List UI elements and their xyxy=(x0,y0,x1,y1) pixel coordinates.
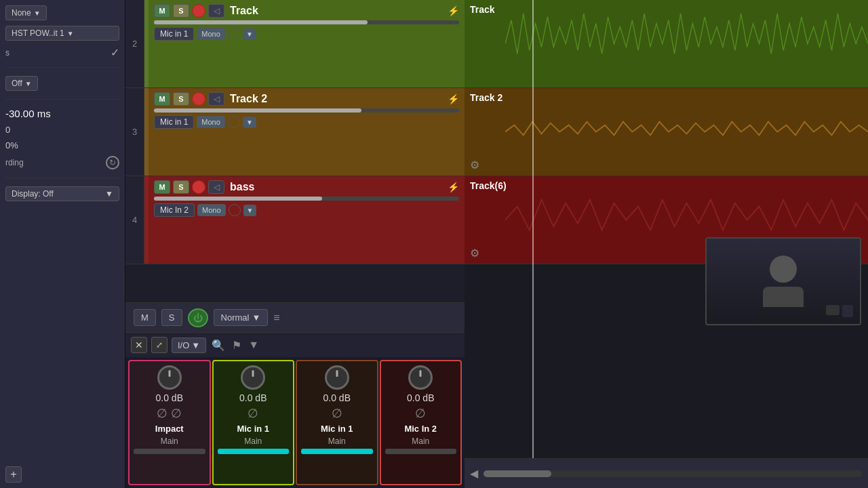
none-dropdown[interactable]: None ▼ xyxy=(5,5,47,20)
timeline-track-3-gear[interactable]: ⚙ xyxy=(470,247,479,260)
impact-db: 0.0 dB xyxy=(156,392,183,403)
track-4-solo-btn[interactable]: S xyxy=(173,180,189,194)
track-2-rec-btn[interactable] xyxy=(192,4,205,18)
track-4-input[interactable]: Mic In 2 xyxy=(154,203,195,217)
left-panel: None ▼ HST POW..it 1 ▼ s ✓ Off ▼ -30.00 … xyxy=(0,0,125,488)
scroll-thumb[interactable] xyxy=(484,470,551,477)
mic1a-meter xyxy=(218,449,290,454)
track-3-number: 3 xyxy=(125,88,144,176)
mixer-channel-mic1b: 0.0 dB ∅ Mic in 1 Main xyxy=(296,360,378,485)
mic2-name: Mic In 2 xyxy=(404,424,437,434)
webcam-body xyxy=(763,287,804,307)
track-4-mon-btn[interactable]: ◁ xyxy=(208,180,224,194)
track-3-circle-btn[interactable] xyxy=(228,116,240,128)
display-dropdown-arrow: ▼ xyxy=(105,189,113,199)
table-row: 4 M S ◁ bass ⚡ xyxy=(125,176,465,264)
track-3-name: Track 2 xyxy=(230,93,445,105)
mixer-fader-icon[interactable]: ⚑ xyxy=(231,338,243,353)
mode-dropdown[interactable]: Normal ▼ xyxy=(214,309,269,326)
mic1a-phase: ∅ xyxy=(248,406,258,421)
scroll-track[interactable] xyxy=(484,470,863,477)
track-4-arrow-btn[interactable]: ▼ xyxy=(243,205,257,216)
none-dropdown-arrow: ▼ xyxy=(34,9,41,17)
impact-name: Impact xyxy=(155,424,184,434)
mic1b-meter xyxy=(301,449,373,454)
track-3-arrow-btn[interactable]: ▼ xyxy=(243,117,256,128)
power-btn[interactable]: ⏻ xyxy=(188,308,208,327)
mixer-expand-btn[interactable]: ⤢ xyxy=(151,337,167,353)
timeline-track-1: Track xyxy=(465,0,868,88)
timeline-track-2-gear[interactable]: ⚙ xyxy=(470,159,479,171)
mic2-output: Main xyxy=(412,436,429,446)
impact-knob[interactable] xyxy=(157,365,182,390)
playhead xyxy=(532,0,534,458)
timeline-tracks: Track Track 2 ⚙ xyxy=(465,0,868,458)
timeline-track-2: Track 2 ⚙ xyxy=(465,88,868,176)
impact-meter xyxy=(134,449,205,454)
track-4-rec-btn[interactable] xyxy=(192,180,205,194)
track-3-controls: M S ◁ Track 2 ⚡ Mic in 1 Mono xyxy=(149,88,465,176)
track-4-volume-slider[interactable] xyxy=(154,197,459,201)
hst-dropdown[interactable]: HST POW..it 1 ▼ xyxy=(5,26,119,41)
timeline-track-2-label: Track 2 xyxy=(470,92,502,103)
impact-output: Main xyxy=(161,436,178,446)
track-3-mon-btn[interactable]: ◁ xyxy=(208,92,224,106)
track-3-rec-btn[interactable] xyxy=(192,92,205,106)
timeline-track-1-label: Track xyxy=(470,4,495,15)
mic1b-output: Main xyxy=(328,436,346,446)
timeline-track-1-waveform xyxy=(505,0,868,87)
table-row: 2 M S ◁ Track ⚡ xyxy=(125,0,465,88)
track-2-circle-btn[interactable] xyxy=(228,28,240,40)
display-dropdown[interactable]: Display: Off ▼ xyxy=(5,186,119,201)
master-mute-btn[interactable]: M xyxy=(134,309,156,326)
track-2-input[interactable]: Mic in 1 xyxy=(154,27,194,41)
track-3-mono-btn[interactable]: Mono xyxy=(197,116,225,128)
mode-dropdown-arrow: ▼ xyxy=(252,312,260,323)
mic1a-name: Mic in 1 xyxy=(237,424,269,434)
recording-btn[interactable]: ↻ xyxy=(106,156,119,169)
track-2-mono-btn[interactable]: Mono xyxy=(197,28,225,40)
track-2-controls: M S ◁ Track ⚡ Mic in 1 Mono xyxy=(149,0,465,87)
mic2-phase: ∅ xyxy=(415,406,426,421)
track-4-circle-btn[interactable] xyxy=(229,204,241,216)
track-2-solo-btn[interactable]: S xyxy=(173,4,189,18)
webcam-drum1 xyxy=(826,305,840,315)
track-4-name: bass xyxy=(230,181,445,193)
mic2-meter xyxy=(385,449,457,454)
recording-label: rding xyxy=(5,158,24,167)
io-dropdown-arrow: ▼ xyxy=(191,340,200,350)
mic1a-output: Main xyxy=(244,436,262,446)
track-4-meter-icon: ⚡ xyxy=(448,182,459,192)
timeline-scrollbar: ◀ xyxy=(465,458,868,488)
hamburger-icon[interactable]: ≡ xyxy=(273,312,279,324)
mic2-knob[interactable] xyxy=(408,365,433,390)
io-btn[interactable]: I/O ▼ xyxy=(172,338,206,353)
track-list: 2 M S ◁ Track ⚡ xyxy=(125,0,465,302)
mic1a-knob[interactable] xyxy=(241,365,265,390)
mic1b-name: Mic in 1 xyxy=(321,424,353,434)
mic1b-knob[interactable] xyxy=(325,365,349,390)
mixer-down-arrow[interactable]: ▼ xyxy=(247,338,260,352)
track-4-controls: M S ◁ bass ⚡ Mic In 2 Mono xyxy=(149,176,465,264)
track-4-mono-btn[interactable]: Mono xyxy=(197,204,226,216)
track-3-solo-btn[interactable]: S xyxy=(173,92,189,106)
track-3-mute-btn[interactable]: M xyxy=(154,92,170,106)
track-2-arrow-btn[interactable]: ▼ xyxy=(243,28,256,40)
add-button[interactable]: + xyxy=(5,466,22,483)
mixer-channel-impact: 0.0 dB ∅ ∅ Impact Main xyxy=(128,360,211,485)
mic2-db: 0.0 dB xyxy=(407,392,434,403)
mic1b-db: 0.0 dB xyxy=(323,392,351,403)
timeline-area: Track Track 2 ⚙ xyxy=(465,0,868,488)
mixer-search-icon[interactable]: 🔍 xyxy=(210,338,226,353)
track-3-volume-slider[interactable] xyxy=(154,108,459,113)
mixer-channels: 0.0 dB ∅ ∅ Impact Main 0.0 dB ∅ Mic in 1… xyxy=(125,357,465,488)
track-4-mute-btn[interactable]: M xyxy=(154,180,170,194)
track-2-mute-btn[interactable]: M xyxy=(154,4,170,18)
track-2-volume-slider[interactable] xyxy=(154,20,459,24)
track-3-input[interactable]: Mic in 1 xyxy=(154,115,194,129)
off-dropdown[interactable]: Off ▼ xyxy=(5,76,38,91)
mixer-close-btn[interactable]: ✕ xyxy=(131,337,147,353)
track-2-mon-btn[interactable]: ◁ xyxy=(208,4,224,18)
master-solo-btn[interactable]: S xyxy=(161,309,182,326)
scroll-left-arrow[interactable]: ◀ xyxy=(470,467,478,480)
